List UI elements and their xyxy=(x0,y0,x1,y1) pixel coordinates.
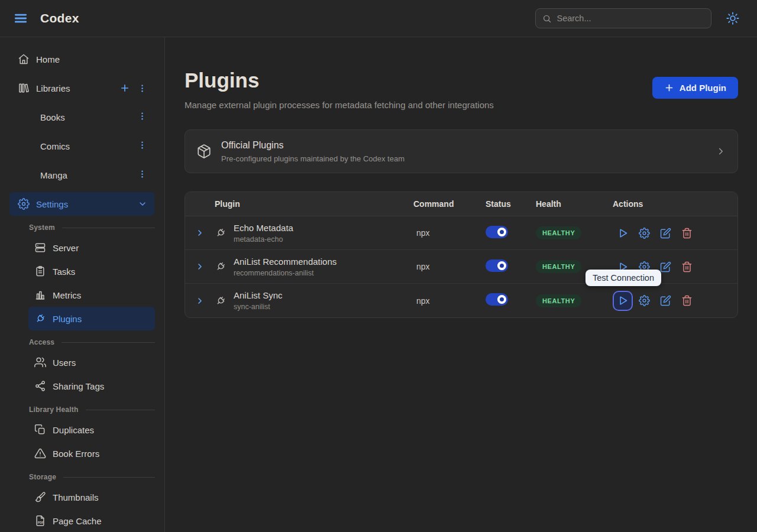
sidebar-item-books[interactable]: Books xyxy=(0,105,164,129)
library-icon xyxy=(18,82,30,94)
manga-menu-button[interactable] xyxy=(138,170,147,179)
sun-icon xyxy=(726,12,739,25)
expand-row-button[interactable] xyxy=(185,296,215,306)
section-divider xyxy=(86,410,156,410)
libraries-menu-button[interactable] xyxy=(138,84,147,93)
kebab-icon xyxy=(138,112,147,121)
enabled-toggle[interactable] xyxy=(486,226,508,238)
sidebar-item-label: Duplicates xyxy=(53,425,94,435)
add-library-button[interactable] xyxy=(119,83,130,93)
sidebar-item-duplicates[interactable]: Duplicates xyxy=(28,418,155,442)
sidebar-item-label: Libraries xyxy=(36,83,70,93)
column-header-plugin: Plugin xyxy=(215,199,413,209)
section-label-access: Access xyxy=(0,338,155,346)
chevron-down-icon xyxy=(138,199,147,209)
sidebar-item-manga[interactable]: Manga xyxy=(0,163,164,187)
column-header-health: Health xyxy=(536,199,613,209)
edit-icon xyxy=(660,261,671,273)
trash-icon xyxy=(681,228,693,239)
plugin-slug: recommendations-anilist xyxy=(234,269,337,277)
library-label: Comics xyxy=(40,141,70,151)
plugin-name: AniList Recommendations xyxy=(234,257,337,267)
column-header-status: Status xyxy=(486,199,536,209)
sidebar-item-comics[interactable]: Comics xyxy=(0,134,164,158)
official-plugins-card[interactable]: Official Plugins Pre-configured plugins … xyxy=(185,129,738,173)
plugins-table: Plugin Command Status Health Actions Ech… xyxy=(185,192,738,318)
table-row: AniList Sync sync-anilist npx HEALTHY xyxy=(185,284,737,317)
section-label-library-health: Library Health xyxy=(0,406,155,414)
app-title: Codex xyxy=(40,11,79,25)
plugin-name: AniList Sync xyxy=(234,290,283,300)
home-icon xyxy=(18,53,30,65)
sidebar-item-metrics[interactable]: Metrics xyxy=(28,283,155,307)
edit-icon xyxy=(660,228,671,239)
play-icon xyxy=(617,295,629,306)
edit-button[interactable] xyxy=(655,223,675,243)
delete-button[interactable] xyxy=(677,291,697,311)
sidebar-item-settings[interactable]: Settings xyxy=(9,192,154,216)
menu-button[interactable] xyxy=(13,11,28,26)
chevron-right-icon xyxy=(195,296,205,306)
sidebar-item-home[interactable]: Home xyxy=(0,47,164,71)
sidebar-item-plugins[interactable]: Plugins xyxy=(28,307,155,330)
page-title: Plugins xyxy=(185,69,494,92)
sidebar-item-thumbnails[interactable]: Thumbnails xyxy=(28,485,155,509)
tooltip-test-connection: Test Connection xyxy=(585,270,661,286)
copy-icon xyxy=(34,424,46,436)
kebab-icon xyxy=(138,141,147,150)
toggle-knob xyxy=(497,261,506,270)
warning-icon xyxy=(34,447,46,459)
menu-icon xyxy=(13,11,28,26)
plugin-name: Echo Metadata xyxy=(234,223,293,233)
bar-chart-icon xyxy=(34,289,46,301)
search-box[interactable] xyxy=(535,8,711,28)
sidebar-item-label: Thumbnails xyxy=(53,492,99,502)
paintbrush-icon xyxy=(34,491,46,503)
plug-icon xyxy=(215,295,227,307)
kebab-icon xyxy=(138,84,147,93)
search-input[interactable] xyxy=(557,14,704,23)
table-header-row: Plugin Command Status Health Actions xyxy=(185,192,737,216)
sidebar-item-label: Home xyxy=(36,54,60,64)
sidebar-item-sharing-tags[interactable]: Sharing Tags xyxy=(28,374,155,398)
delete-button[interactable] xyxy=(677,223,697,243)
enabled-toggle[interactable] xyxy=(486,259,508,272)
books-menu-button[interactable] xyxy=(138,112,147,121)
plugin-command: npx xyxy=(413,296,486,306)
sidebar-item-libraries[interactable]: Libraries xyxy=(0,76,164,100)
plug-icon xyxy=(34,313,46,325)
section-label-storage: Storage xyxy=(0,473,155,481)
test-connection-button[interactable] xyxy=(613,291,633,311)
configure-button[interactable] xyxy=(634,291,654,311)
health-badge: HEALTHY xyxy=(536,294,581,307)
sidebar-item-page-cache[interactable]: PDF Page Cache xyxy=(28,509,155,532)
expand-row-button[interactable] xyxy=(185,228,215,238)
kebab-icon xyxy=(138,170,147,179)
plugin-slug: metadata-echo xyxy=(234,235,293,244)
sidebar-item-tasks[interactable]: Tasks xyxy=(28,259,155,283)
edit-button[interactable] xyxy=(655,291,675,311)
test-connection-button[interactable] xyxy=(613,223,633,243)
plug-icon xyxy=(215,261,227,273)
sidebar-item-users[interactable]: Users xyxy=(28,351,155,374)
plugin-command: npx xyxy=(413,228,486,238)
plus-icon xyxy=(664,83,674,93)
add-plugin-button[interactable]: Add Plugin xyxy=(652,77,738,99)
sidebar-item-book-errors[interactable]: Book Errors xyxy=(28,442,155,465)
expand-row-button[interactable] xyxy=(185,262,215,271)
edit-icon xyxy=(660,295,671,306)
sidebar-item-server[interactable]: Server xyxy=(28,236,155,259)
health-badge: HEALTHY xyxy=(536,260,581,273)
column-header-actions: Actions xyxy=(613,199,737,209)
sidebar-item-label: Plugins xyxy=(53,314,82,324)
enabled-toggle[interactable] xyxy=(486,293,508,306)
chevron-right-icon xyxy=(195,262,205,271)
topbar: Codex xyxy=(0,0,757,37)
delete-button[interactable] xyxy=(677,257,697,277)
sidebar-item-label: Server xyxy=(53,243,79,253)
sidebar-item-label: Settings xyxy=(36,199,68,209)
configure-button[interactable] xyxy=(634,223,654,243)
svg-text:PDF: PDF xyxy=(38,521,44,524)
comics-menu-button[interactable] xyxy=(138,141,147,150)
theme-toggle-button[interactable] xyxy=(726,12,739,25)
